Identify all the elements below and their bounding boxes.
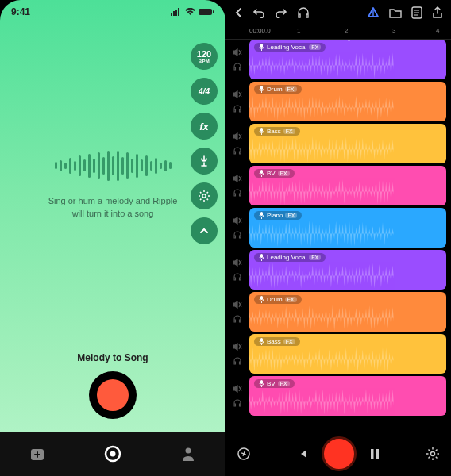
tracks-area: Leading Vocal FX Drum FX Bass FX	[226, 40, 451, 432]
save-button[interactable]	[411, 6, 422, 19]
share-button[interactable]	[432, 6, 443, 19]
fx-badge: FX	[278, 381, 290, 386]
mic-icon	[259, 212, 264, 219]
bpm-value: 120	[197, 50, 211, 59]
record-button[interactable]	[89, 371, 137, 419]
transport-record-button[interactable]	[322, 436, 357, 471]
chevron-left-icon	[233, 7, 243, 18]
target-icon	[103, 444, 122, 463]
solo-headphones-icon[interactable]	[233, 188, 242, 198]
audio-clip[interactable]: BV FX	[249, 166, 446, 205]
audio-clip[interactable]: Bass FX	[249, 124, 446, 163]
mute-icon[interactable]	[233, 90, 242, 99]
playhead[interactable]	[349, 40, 349, 432]
side-pills: 120 BPM 4/4 fx	[191, 43, 218, 244]
mute-icon[interactable]	[233, 48, 242, 57]
mic-icon	[259, 44, 264, 51]
mic-icon	[259, 338, 264, 345]
solo-headphones-icon[interactable]	[233, 314, 242, 324]
audio-clip[interactable]: Drum FX	[249, 292, 446, 332]
gear-icon	[426, 447, 440, 461]
svg-rect-4	[199, 9, 212, 15]
track-controls	[226, 40, 249, 79]
tuning-pill[interactable]	[191, 148, 218, 175]
folder-button[interactable]	[389, 7, 402, 18]
svg-rect-22	[371, 449, 374, 459]
timeline-ruler[interactable]: 00:00.0 1 2 3 4	[226, 25, 451, 40]
fx-pill[interactable]: fx	[191, 113, 218, 140]
clip-label: Drum FX	[254, 295, 302, 304]
solo-headphones-icon[interactable]	[233, 104, 242, 113]
battery-icon	[199, 8, 214, 16]
audio-clip[interactable]: Piano FX	[249, 208, 446, 248]
fx-badge: FX	[309, 44, 321, 50]
mute-icon[interactable]	[233, 384, 242, 393]
monitor-button[interactable]	[297, 7, 310, 18]
fx-badge: FX	[309, 255, 321, 260]
ruler-tick: 4	[436, 27, 439, 34]
svg-point-10	[186, 448, 191, 454]
mute-icon[interactable]	[233, 132, 242, 141]
undo-button[interactable]	[252, 7, 265, 18]
nav-add[interactable]	[29, 446, 45, 462]
solo-headphones-icon[interactable]	[233, 356, 242, 366]
redo-button[interactable]	[275, 7, 287, 18]
gear-icon	[198, 190, 210, 202]
mute-icon[interactable]	[233, 258, 242, 267]
skip-back-icon	[296, 447, 309, 460]
clip-label: Piano FX	[254, 211, 302, 220]
back-button[interactable]	[233, 7, 243, 18]
solo-headphones-icon[interactable]	[233, 230, 242, 240]
top-bar	[226, 0, 451, 25]
prev-button[interactable]	[296, 447, 309, 460]
clip-waveform	[249, 220, 394, 248]
ai-button[interactable]	[367, 6, 380, 19]
fx-badge: FX	[285, 297, 297, 302]
settings-pill[interactable]	[191, 182, 218, 209]
solo-headphones-icon[interactable]	[233, 272, 242, 282]
track-controls	[226, 334, 249, 374]
mute-icon[interactable]	[233, 216, 242, 225]
ruler-tick: 1	[297, 27, 300, 34]
timesig-pill[interactable]: 4/4	[191, 78, 218, 105]
svg-rect-12	[260, 44, 263, 48]
solo-headphones-icon[interactable]	[233, 398, 242, 408]
clip-waveform	[249, 262, 394, 290]
transport-bar	[226, 432, 451, 476]
loop-button[interactable]	[237, 447, 251, 461]
ruler-tick: 2	[345, 27, 348, 34]
pause-button[interactable]	[369, 447, 380, 460]
collapse-pill[interactable]	[191, 217, 218, 244]
audio-clip[interactable]: Drum FX	[249, 82, 446, 121]
mute-icon[interactable]	[233, 342, 242, 351]
track-row: Leading Vocal FX	[226, 250, 451, 290]
solo-headphones-icon[interactable]	[233, 62, 242, 71]
solo-headphones-icon[interactable]	[233, 146, 242, 155]
clip-name: Drum	[267, 296, 283, 303]
mute-icon[interactable]	[233, 300, 242, 309]
top-bar-left	[233, 7, 310, 18]
transport-settings-button[interactable]	[426, 447, 440, 461]
share-icon	[432, 6, 443, 19]
mute-icon[interactable]	[233, 174, 242, 183]
svg-point-9	[110, 451, 115, 457]
clip-waveform	[249, 94, 394, 121]
nav-record[interactable]	[103, 444, 122, 463]
track-controls	[226, 292, 249, 332]
undo-icon	[252, 7, 265, 18]
mic-icon	[259, 380, 264, 387]
mic-icon	[259, 128, 264, 135]
person-icon	[180, 446, 196, 462]
mic-icon	[259, 86, 264, 93]
nav-profile[interactable]	[180, 446, 196, 462]
bpm-pill[interactable]: 120 BPM	[191, 43, 218, 70]
clip-label: Bass FX	[254, 337, 300, 346]
audio-clip[interactable]: BV FX	[249, 376, 446, 416]
track-controls	[226, 166, 249, 205]
ruler-start: 00:00.0	[249, 27, 271, 34]
audio-clip[interactable]: Leading Vocal FX	[249, 250, 446, 290]
bottom-nav	[0, 432, 226, 476]
svg-rect-14	[260, 128, 263, 132]
audio-clip[interactable]: Bass FX	[249, 334, 446, 374]
audio-clip[interactable]: Leading Vocal FX	[249, 40, 446, 79]
